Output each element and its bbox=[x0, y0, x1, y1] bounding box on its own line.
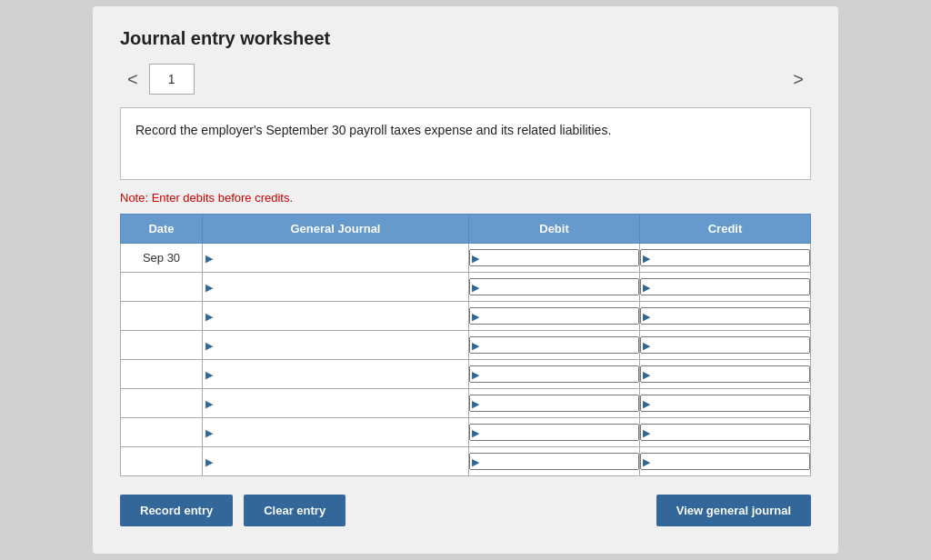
debit-cell-0: ▶ bbox=[469, 244, 640, 273]
credit-cell-3: ▶ bbox=[640, 331, 811, 360]
journal-cell-0: ▶ bbox=[203, 244, 469, 273]
credit-input-4[interactable] bbox=[640, 365, 810, 383]
table-row: ▶▶▶ bbox=[121, 360, 811, 389]
date-cell-1 bbox=[121, 273, 203, 302]
journal-input-4[interactable] bbox=[203, 360, 468, 388]
row-arrow-icon: ▶ bbox=[205, 397, 213, 409]
debit-arrow-icon: ▶ bbox=[472, 426, 479, 438]
credit-input-1[interactable] bbox=[640, 278, 810, 295]
credit-arrow-icon: ▶ bbox=[643, 426, 650, 438]
journal-cell-1: ▶ bbox=[203, 273, 469, 302]
date-cell-7 bbox=[121, 447, 203, 476]
journal-input-7[interactable] bbox=[203, 447, 468, 475]
debit-cell-5: ▶ bbox=[469, 389, 640, 418]
credit-cell-7: ▶ bbox=[640, 447, 811, 476]
credit-input-6[interactable] bbox=[640, 424, 810, 441]
date-cell-4 bbox=[121, 360, 203, 389]
view-general-journal-button[interactable]: View general journal bbox=[656, 495, 811, 526]
journal-input-1[interactable] bbox=[203, 273, 468, 301]
row-arrow-icon: ▶ bbox=[205, 339, 213, 351]
debit-input-0[interactable] bbox=[469, 249, 639, 266]
note-text: Note: Enter debits before credits. bbox=[120, 191, 811, 205]
debit-input-6[interactable] bbox=[469, 424, 639, 441]
table-row: ▶▶▶ bbox=[121, 331, 811, 360]
debit-arrow-icon: ▶ bbox=[472, 397, 479, 409]
debit-input-5[interactable] bbox=[469, 395, 639, 412]
col-header-date: Date bbox=[121, 215, 203, 244]
description-box: Record the employer's September 30 payro… bbox=[120, 107, 811, 180]
row-arrow-icon: ▶ bbox=[205, 252, 213, 264]
clear-entry-button[interactable]: Clear entry bbox=[244, 495, 345, 526]
debit-arrow-icon: ▶ bbox=[472, 455, 479, 467]
credit-input-3[interactable] bbox=[640, 336, 810, 354]
table-row: Sep 30▶▶▶ bbox=[121, 244, 811, 273]
next-button[interactable]: > bbox=[786, 65, 811, 94]
prev-button[interactable]: < bbox=[120, 65, 145, 94]
debit-arrow-icon: ▶ bbox=[472, 281, 479, 293]
tab-number: 1 bbox=[149, 64, 195, 95]
table-row: ▶▶▶ bbox=[121, 273, 811, 302]
date-cell-2 bbox=[121, 302, 203, 331]
credit-cell-6: ▶ bbox=[640, 418, 811, 447]
credit-input-5[interactable] bbox=[640, 395, 810, 412]
credit-cell-2: ▶ bbox=[640, 302, 811, 331]
debit-cell-1: ▶ bbox=[469, 273, 640, 302]
debit-input-2[interactable] bbox=[469, 307, 639, 325]
record-entry-button[interactable]: Record entry bbox=[120, 495, 233, 526]
table-row: ▶▶▶ bbox=[121, 447, 811, 476]
credit-arrow-icon: ▶ bbox=[643, 368, 650, 380]
debit-cell-3: ▶ bbox=[469, 331, 640, 360]
debit-input-4[interactable] bbox=[469, 365, 639, 383]
date-cell-6 bbox=[121, 418, 203, 447]
credit-input-0[interactable] bbox=[640, 249, 810, 266]
navigation-row: < 1 > bbox=[120, 64, 811, 95]
journal-cell-7: ▶ bbox=[203, 447, 469, 476]
row-arrow-icon: ▶ bbox=[205, 455, 213, 467]
journal-input-2[interactable] bbox=[203, 302, 468, 330]
table-row: ▶▶▶ bbox=[121, 302, 811, 331]
worksheet-container: Journal entry worksheet < 1 > Record the… bbox=[93, 6, 838, 554]
date-cell-0: Sep 30 bbox=[121, 244, 203, 273]
credit-input-7[interactable] bbox=[640, 453, 810, 470]
credit-cell-0: ▶ bbox=[640, 244, 811, 273]
credit-cell-1: ▶ bbox=[640, 273, 811, 302]
date-cell-3 bbox=[121, 331, 203, 360]
credit-cell-4: ▶ bbox=[640, 360, 811, 389]
debit-input-1[interactable] bbox=[469, 278, 639, 295]
journal-cell-4: ▶ bbox=[203, 360, 469, 389]
debit-arrow-icon: ▶ bbox=[472, 368, 479, 380]
journal-cell-6: ▶ bbox=[203, 418, 469, 447]
page-title: Journal entry worksheet bbox=[120, 28, 811, 49]
credit-arrow-icon: ▶ bbox=[643, 310, 650, 322]
credit-cell-5: ▶ bbox=[640, 389, 811, 418]
row-arrow-icon: ▶ bbox=[205, 368, 213, 380]
credit-arrow-icon: ▶ bbox=[643, 455, 650, 467]
table-row: ▶▶▶ bbox=[121, 418, 811, 447]
debit-input-7[interactable] bbox=[469, 453, 639, 470]
journal-input-3[interactable] bbox=[203, 331, 468, 359]
debit-arrow-icon: ▶ bbox=[472, 339, 479, 351]
credit-arrow-icon: ▶ bbox=[643, 339, 650, 351]
journal-input-6[interactable] bbox=[203, 418, 468, 446]
debit-cell-7: ▶ bbox=[469, 447, 640, 476]
journal-cell-2: ▶ bbox=[203, 302, 469, 331]
row-arrow-icon: ▶ bbox=[205, 310, 213, 322]
journal-input-5[interactable] bbox=[203, 389, 468, 417]
debit-input-3[interactable] bbox=[469, 336, 639, 354]
debit-arrow-icon: ▶ bbox=[472, 252, 479, 264]
col-header-journal: General Journal bbox=[203, 215, 469, 244]
credit-arrow-icon: ▶ bbox=[643, 281, 650, 293]
row-arrow-icon: ▶ bbox=[205, 426, 213, 438]
debit-cell-2: ▶ bbox=[469, 302, 640, 331]
debit-cell-4: ▶ bbox=[469, 360, 640, 389]
buttons-row: Record entry Clear entry View general jo… bbox=[120, 495, 811, 526]
col-header-credit: Credit bbox=[640, 215, 811, 244]
row-arrow-icon: ▶ bbox=[205, 281, 213, 293]
description-text: Record the employer's September 30 payro… bbox=[135, 123, 611, 137]
journal-input-0[interactable] bbox=[203, 244, 468, 272]
journal-cell-3: ▶ bbox=[203, 331, 469, 360]
col-header-debit: Debit bbox=[469, 215, 640, 244]
credit-arrow-icon: ▶ bbox=[643, 252, 650, 264]
credit-input-2[interactable] bbox=[640, 307, 810, 325]
debit-cell-6: ▶ bbox=[469, 418, 640, 447]
